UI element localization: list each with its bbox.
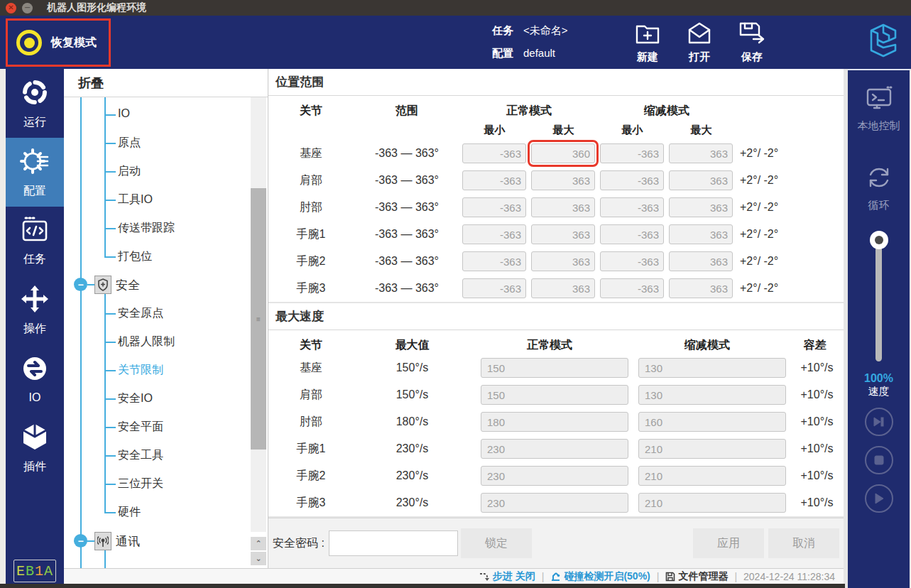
normal-min-input[interactable] <box>462 170 526 190</box>
recovery-mode-indicator[interactable]: 恢复模式 <box>6 18 111 67</box>
collapse-minus-icon[interactable]: − <box>74 278 87 291</box>
cancel-button[interactable]: 取消 <box>768 528 839 558</box>
reduced-min-input[interactable] <box>600 251 664 271</box>
tree-item-启动[interactable]: 启动 <box>118 164 141 179</box>
sidebar-item-operate[interactable]: 操作 <box>6 276 64 344</box>
reduced-min-input[interactable] <box>600 197 664 217</box>
reduced-max-input[interactable] <box>669 143 733 163</box>
tree-connector <box>104 455 116 457</box>
reduced-min-input[interactable] <box>600 143 664 163</box>
normal-speed-input[interactable] <box>481 466 628 486</box>
tree-scroll-down-icon[interactable]: ⌄ <box>251 552 266 565</box>
tree-item-硬件[interactable]: 硬件 <box>118 505 141 520</box>
loop-button[interactable]: 循环 <box>863 163 895 212</box>
sidebar-item-config[interactable]: 配置 <box>6 138 64 207</box>
reduced-speed-input[interactable] <box>638 493 786 513</box>
normal-min-input[interactable] <box>462 278 526 298</box>
normal-max-input[interactable] <box>531 170 595 190</box>
spd-col-reduced: 缩减模式 <box>628 338 786 353</box>
tree-item-传送带跟踪[interactable]: 传送带跟踪 <box>118 221 175 236</box>
tree-item-通讯[interactable]: 通讯 <box>116 533 140 550</box>
tree-connector <box>104 171 116 173</box>
normal-min-input[interactable] <box>462 197 526 217</box>
new-button[interactable]: 新建 <box>634 21 661 64</box>
tree-connector <box>104 370 116 371</box>
tree-item-工具IO[interactable]: 工具IO <box>118 192 153 207</box>
tree-scrollbar[interactable]: ≡ <box>251 97 266 532</box>
safety-action-bar: 安全密码 : 锁定 应用 取消 <box>268 518 844 568</box>
safety-password-input[interactable] <box>329 530 458 556</box>
sidebar-item-task[interactable]: 任务 <box>6 207 64 276</box>
reduced-speed-input[interactable] <box>638 358 786 378</box>
reduced-max-input[interactable] <box>669 170 733 190</box>
speed-slider-track[interactable] <box>875 239 882 361</box>
normal-speed-input[interactable] <box>481 493 628 513</box>
tree-item-安全[interactable]: 安全 <box>116 277 140 293</box>
tree-item-关节限制[interactable]: 关节限制 <box>118 363 163 378</box>
range-value: -363 — 363° <box>354 147 460 160</box>
collapse-minus-icon[interactable]: − <box>74 534 87 548</box>
normal-speed-input[interactable] <box>481 439 628 459</box>
step-status[interactable]: 步进 关闭 <box>479 570 535 583</box>
normal-speed-input[interactable] <box>481 385 628 405</box>
tree-item-安全IO[interactable]: 安全IO <box>118 391 153 406</box>
collision-status[interactable]: 碰撞检测开启(50%) <box>550 570 650 583</box>
normal-max-input[interactable] <box>531 143 595 163</box>
config-value: default <box>523 47 555 59</box>
tree-item-三位开关[interactable]: 三位开关 <box>118 477 163 491</box>
task-config-info: 任务 <未命名> 配置 default <box>492 24 568 60</box>
normal-max-input[interactable] <box>531 224 595 244</box>
file-manager-status[interactable]: 文件管理器 <box>665 570 728 583</box>
apply-button[interactable]: 应用 <box>693 528 764 558</box>
play-button[interactable] <box>865 484 893 513</box>
run-target-icon <box>20 77 50 110</box>
reduced-speed-input[interactable] <box>638 439 786 459</box>
speed-slider-knob[interactable] <box>870 231 888 249</box>
tree-connector <box>104 143 116 144</box>
tree-item-原点[interactable]: 原点 <box>118 136 141 151</box>
reduced-min-input[interactable] <box>600 224 664 244</box>
reduced-max-input[interactable] <box>669 278 733 298</box>
antenna-icon <box>94 532 111 550</box>
local-control-button[interactable]: 本地控制 <box>858 85 900 133</box>
tree-scrollbar-thumb[interactable]: ≡ <box>251 188 266 450</box>
normal-min-input[interactable] <box>462 224 526 244</box>
tree-item-安全平面[interactable]: 安全平面 <box>118 420 163 435</box>
reduced-max-input[interactable] <box>669 197 733 217</box>
minimize-icon[interactable]: ─ <box>22 3 33 13</box>
open-button[interactable]: 打开 <box>686 21 713 64</box>
sidebar-item-run[interactable]: 运行 <box>6 69 64 138</box>
lock-button[interactable]: 锁定 <box>461 528 532 558</box>
normal-speed-input[interactable] <box>481 412 628 432</box>
reduced-min-input[interactable] <box>600 170 664 190</box>
normal-max-input[interactable] <box>531 197 595 217</box>
reduced-max-input[interactable] <box>669 251 733 271</box>
tree-connector <box>104 256 116 258</box>
normal-min-input[interactable] <box>462 143 526 163</box>
stop-button[interactable] <box>865 446 893 474</box>
normal-max-input[interactable] <box>531 251 595 271</box>
tree-item-安全原点[interactable]: 安全原点 <box>118 306 163 321</box>
normal-max-input[interactable] <box>531 278 595 298</box>
tree-scroll-up-icon[interactable]: ⌃ <box>251 537 266 550</box>
tree-item-安全工具[interactable]: 安全工具 <box>118 448 163 463</box>
sidebar-item-plugin[interactable]: 插件 <box>6 413 64 482</box>
sub-header-min-1: 最小 <box>460 124 529 137</box>
normal-speed-input[interactable] <box>481 358 628 378</box>
reduced-min-input[interactable] <box>600 278 664 298</box>
tree-item-机器人限制[interactable]: 机器人限制 <box>118 334 175 349</box>
sidebar-item-io[interactable]: IO <box>6 344 64 413</box>
tree-item-IO[interactable]: IO <box>118 107 130 120</box>
reduced-speed-input[interactable] <box>638 412 786 432</box>
step-forward-button[interactable] <box>865 408 893 436</box>
tree-collapse-header[interactable]: 折叠 <box>64 69 268 97</box>
tree-item-打包位[interactable]: 打包位 <box>118 249 152 264</box>
reduced-speed-input[interactable] <box>638 466 786 486</box>
save-button[interactable]: 保存 <box>738 21 766 64</box>
reduced-speed-input[interactable] <box>638 385 786 405</box>
joint-name: 手腕2 <box>268 469 354 484</box>
reduced-max-input[interactable] <box>669 224 733 244</box>
tolerance-value: +2°/ -2° <box>736 282 844 295</box>
close-icon[interactable]: ✕ <box>6 3 16 13</box>
normal-min-input[interactable] <box>462 251 526 271</box>
